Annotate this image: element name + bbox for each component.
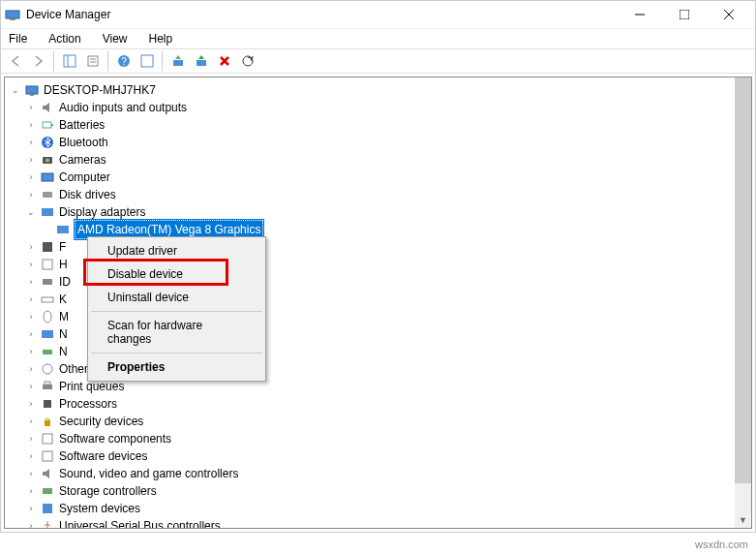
svg-rect-17 [26, 86, 38, 94]
collapse-icon[interactable]: ⌄ [24, 205, 38, 219]
svg-rect-39 [45, 420, 50, 426]
tree-category[interactable]: ›Software devices [9, 447, 751, 465]
ctx-separator [91, 311, 262, 312]
bluetooth-icon [40, 135, 55, 150]
close-button[interactable] [707, 1, 751, 29]
expand-icon[interactable]: › [24, 258, 38, 271]
expand-icon[interactable]: › [24, 101, 38, 114]
maximize-button[interactable] [662, 1, 707, 29]
scan-hardware-button[interactable] [237, 50, 258, 72]
properties-button[interactable] [82, 50, 104, 72]
tree-category[interactable]: ›Audio inputs and outputs [9, 99, 751, 116]
battery-icon [40, 117, 55, 133]
update-driver-button[interactable] [167, 50, 189, 72]
other-icon [40, 361, 55, 377]
svg-rect-15 [197, 60, 206, 66]
firmware-icon [40, 239, 55, 255]
action-button[interactable] [136, 50, 158, 72]
menu-view[interactable]: View [99, 32, 132, 46]
ctx-update-driver[interactable]: Update driver [90, 239, 263, 262]
expand-icon[interactable]: › [24, 188, 38, 201]
expand-icon[interactable]: › [24, 118, 38, 132]
enable-device-button[interactable] [191, 50, 212, 72]
expand-icon[interactable]: › [24, 519, 38, 529]
menu-action[interactable]: Action [45, 32, 84, 46]
tree-category-display-adapters[interactable]: ⌄Display adapters [9, 203, 751, 221]
tree-category[interactable]: ›Sound, video and game controllers [9, 465, 751, 482]
tree-category[interactable]: ›Storage controllers [9, 482, 751, 500]
expand-icon[interactable]: › [24, 292, 38, 306]
svg-rect-41 [43, 451, 52, 461]
expand-icon[interactable]: › [24, 449, 38, 463]
keyboard-icon [40, 292, 55, 307]
menu-help[interactable]: Help [145, 32, 177, 46]
vertical-scrollbar[interactable]: ▲ ▼ [735, 77, 751, 528]
tree-category[interactable]: ›Bluetooth [9, 134, 751, 151]
expand-icon[interactable]: › [24, 502, 38, 515]
expand-icon[interactable]: › [24, 153, 38, 167]
collapse-icon[interactable]: ⌄ [9, 83, 22, 97]
tree-category[interactable]: ›Universal Serial Bus controllers [9, 517, 751, 529]
svg-rect-42 [43, 488, 52, 494]
expand-icon[interactable]: › [24, 345, 38, 358]
svg-rect-0 [6, 11, 19, 18]
toolbar-separator [107, 50, 109, 72]
system-icon [40, 501, 55, 516]
tree-category[interactable]: ›Cameras [9, 151, 751, 169]
tree-root[interactable]: ⌄ DESKTOP-MHJ7HK7 [9, 81, 751, 99]
svg-rect-31 [42, 297, 53, 302]
svg-rect-36 [43, 385, 52, 389]
tree-category[interactable]: ›System devices [9, 500, 751, 517]
help-button[interactable]: ? [113, 50, 135, 72]
titlebar: Device Manager [1, 1, 755, 29]
svg-point-35 [43, 364, 52, 374]
expand-icon[interactable]: › [24, 415, 38, 428]
tree-category[interactable]: ›Computer [9, 169, 751, 186]
tree-category[interactable]: ›Security devices [9, 413, 751, 430]
svg-rect-33 [42, 330, 53, 338]
expand-icon[interactable]: › [24, 362, 38, 376]
expand-icon[interactable]: › [24, 136, 38, 149]
hid-icon [40, 257, 55, 272]
ctx-disable-device[interactable]: Disable device [90, 262, 263, 286]
tree-category[interactable]: ›Processors [9, 395, 751, 413]
ctx-uninstall-device[interactable]: Uninstall device [90, 286, 263, 309]
expand-icon[interactable]: › [24, 467, 38, 480]
svg-rect-26 [42, 208, 53, 216]
ctx-scan-hardware[interactable]: Scan for hardware changes [90, 314, 263, 351]
printer-icon [40, 379, 55, 394]
forward-button[interactable] [28, 50, 49, 72]
expand-icon[interactable]: › [24, 484, 38, 498]
expand-icon[interactable]: › [24, 432, 38, 446]
show-hide-tree-button[interactable] [59, 50, 80, 72]
expand-icon[interactable]: › [24, 380, 38, 393]
expand-icon[interactable]: › [24, 275, 38, 289]
ctx-properties[interactable]: Properties [90, 355, 263, 379]
back-button[interactable] [5, 50, 26, 72]
root-label: DESKTOP-MHJ7HK7 [44, 81, 156, 99]
device-manager-icon [5, 7, 20, 22]
expand-icon[interactable]: › [24, 310, 38, 323]
toolbar: ? [1, 48, 755, 74]
svg-rect-30 [43, 279, 52, 285]
scroll-down-button[interactable]: ▼ [735, 511, 751, 528]
svg-rect-34 [43, 350, 52, 354]
scroll-thumb[interactable] [735, 77, 751, 483]
uninstall-button[interactable] [214, 50, 235, 72]
minimize-button[interactable] [618, 1, 662, 29]
window-title: Device Manager [26, 8, 618, 21]
ctx-separator [91, 353, 262, 354]
expand-icon[interactable]: › [24, 397, 38, 411]
tree-category[interactable]: ›Disk drives [9, 186, 751, 203]
security-icon [40, 414, 55, 429]
monitor-icon [40, 326, 55, 342]
computer-icon [40, 169, 55, 185]
context-menu: Update driver Disable device Uninstall d… [87, 236, 266, 382]
expand-icon[interactable]: › [24, 327, 38, 341]
menu-file[interactable]: File [5, 32, 31, 46]
tree-category[interactable]: ›Batteries [9, 116, 751, 134]
svg-point-32 [44, 311, 51, 323]
expand-icon[interactable]: › [24, 240, 38, 254]
tree-category[interactable]: ›Software components [9, 430, 751, 447]
expand-icon[interactable]: › [24, 170, 38, 184]
